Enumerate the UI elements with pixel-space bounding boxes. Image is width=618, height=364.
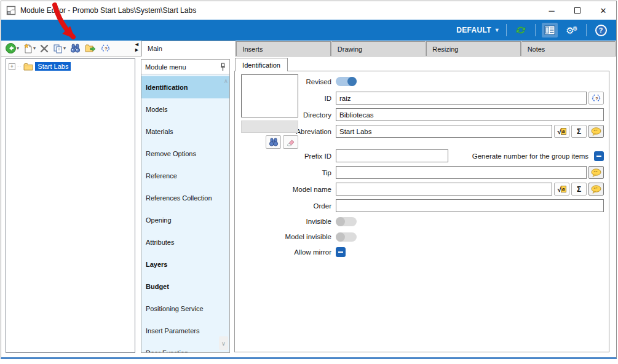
profile-dropdown[interactable]: DEFAULT ▼ (456, 26, 500, 34)
script-wizard-icon: ? (591, 93, 601, 103)
model-name-input[interactable] (336, 183, 552, 196)
model-invisible-toggle[interactable] (336, 232, 357, 242)
speech-bubble-icon: “” (591, 127, 601, 136)
menu-item-layers[interactable]: Layers (141, 253, 229, 275)
tab-label: Notes (528, 46, 545, 53)
triangle-right-icon: ► (134, 47, 140, 53)
menu-item-label: Models (146, 106, 167, 113)
pin-icon[interactable] (220, 63, 226, 71)
refresh-button[interactable] (513, 23, 529, 38)
tab-main[interactable]: Main (141, 41, 236, 57)
module-image-preview[interactable] (241, 74, 298, 117)
scroll-up-icon[interactable]: ∧ (224, 77, 228, 84)
menu-item-label: Budget (146, 283, 169, 290)
tree-connector: ·· (17, 64, 22, 69)
abreviation-formula-button[interactable]: √a (554, 125, 569, 138)
title-bar: Module Editor - Promob Start Labs\System… (1, 1, 616, 20)
copy-icon (53, 44, 63, 53)
prefix-input[interactable] (336, 149, 448, 162)
content-area: + ·· Start Labs Module menu Ident (1, 57, 616, 357)
tab-identification[interactable]: Identification (235, 58, 288, 71)
chevron-down-icon: ▾ (33, 46, 36, 51)
id-script-button[interactable]: ? (588, 92, 604, 105)
menu-item-attributes[interactable]: Attributes (141, 231, 229, 253)
tree-node-label[interactable]: Start Labs (35, 62, 71, 71)
new-document-icon (23, 43, 33, 53)
menu-item-budget[interactable]: Budget (141, 275, 229, 298)
tip-row: Tip “” (235, 166, 604, 179)
tip-input[interactable] (336, 166, 587, 179)
separator (586, 24, 587, 36)
module-list-button[interactable] (542, 23, 558, 38)
model-name-formula-button[interactable]: √a (554, 183, 569, 196)
model-name-label: Model name (235, 186, 336, 193)
tab-notes[interactable]: Notes (521, 41, 616, 56)
model-name-sum-button[interactable]: Σ (571, 183, 587, 196)
window-title: Module Editor - Promob Start Labs\System… (20, 6, 196, 15)
allow-mirror-checkbox[interactable] (336, 247, 346, 257)
menu-item-label: Identification (146, 84, 188, 91)
tab-label: Drawing (338, 46, 362, 53)
prefix-row: Prefix ID Generate number for the group … (235, 149, 604, 162)
tree-expander-icon[interactable]: + (9, 63, 15, 70)
script-wizard-button[interactable]: ? (100, 44, 111, 53)
export-button[interactable] (85, 44, 96, 53)
module-list-icon (544, 25, 555, 35)
ribbon-bar: DEFAULT ▼ ⚙⚙ ? (1, 20, 616, 41)
menu-item-insert-parameters[interactable]: Insert Parameters (141, 320, 229, 342)
svg-text:“”: “” (594, 129, 598, 133)
toolbar: ▾ ▾ (1, 41, 141, 56)
tree-node-start-labs[interactable]: + ·· Start Labs (9, 62, 132, 71)
module-menu-title: Module menu (145, 63, 186, 71)
tab-resizing[interactable]: Resizing (426, 41, 520, 56)
delete-button[interactable] (40, 44, 49, 53)
directory-input[interactable] (336, 108, 604, 121)
tab-inserts[interactable]: Inserts (236, 41, 330, 56)
settings-button[interactable]: ⚙⚙ (564, 23, 580, 38)
menu-item-materials[interactable]: Materials (141, 121, 229, 143)
menu-item-opening[interactable]: Opening (141, 209, 229, 231)
menu-item-door-function[interactable]: Door Function (141, 342, 229, 352)
maximize-button[interactable] (565, 1, 590, 20)
separator (506, 24, 507, 36)
model-name-translate-button[interactable]: “” (588, 183, 604, 196)
browse-image-button[interactable] (266, 135, 281, 149)
menu-item-reference[interactable]: Reference (141, 165, 229, 187)
maximize-icon (574, 7, 580, 14)
menu-item-remove-options[interactable]: Remove Options (141, 143, 229, 165)
help-button[interactable]: ? (593, 23, 609, 38)
export-folder-icon (85, 44, 96, 53)
menu-item-label: Positioning Service (146, 305, 204, 312)
model-name-row: Model name √a Σ “” (235, 183, 604, 196)
abreviation-translate-button[interactable]: “” (588, 125, 604, 138)
back-button[interactable]: ▾ (6, 43, 19, 53)
sqrt-formula-icon: √a (557, 185, 566, 194)
close-button[interactable]: ✕ (590, 1, 616, 20)
invisible-toggle[interactable] (336, 217, 357, 226)
clear-image-button[interactable] (283, 135, 298, 149)
menu-item-positioning-service[interactable]: Positioning Service (141, 298, 229, 320)
scroll-down-icon[interactable]: ∨ (219, 336, 228, 350)
find-button[interactable] (70, 44, 81, 53)
minimize-button[interactable]: ─ (539, 1, 565, 20)
copy-button[interactable]: ▾ (53, 44, 66, 53)
model-invisible-row: Model invisible (235, 231, 604, 242)
panel-collapse-handle[interactable]: ◄► (134, 42, 140, 53)
new-item-button[interactable]: ▾ (23, 43, 36, 53)
menu-item-label: Opening (146, 216, 172, 224)
menu-item-references-collection[interactable]: References Collection (141, 187, 229, 209)
menu-item-models[interactable]: Models (141, 98, 229, 121)
revised-toggle[interactable] (336, 77, 357, 86)
abreviation-input[interactable] (336, 125, 552, 138)
menu-item-identification[interactable]: Identification (141, 76, 229, 98)
menu-item-label: Materials (146, 128, 173, 135)
model-invisible-label: Model invisible (235, 233, 336, 240)
order-input[interactable] (336, 199, 604, 212)
tab-drawing[interactable]: Drawing (331, 41, 426, 56)
id-input[interactable] (336, 92, 587, 105)
generate-number-checkbox[interactable] (594, 151, 604, 161)
separator (535, 24, 536, 36)
abreviation-sum-button[interactable]: Σ (571, 125, 587, 138)
svg-text:?: ? (105, 46, 108, 52)
tip-translate-button[interactable]: “” (588, 166, 604, 179)
